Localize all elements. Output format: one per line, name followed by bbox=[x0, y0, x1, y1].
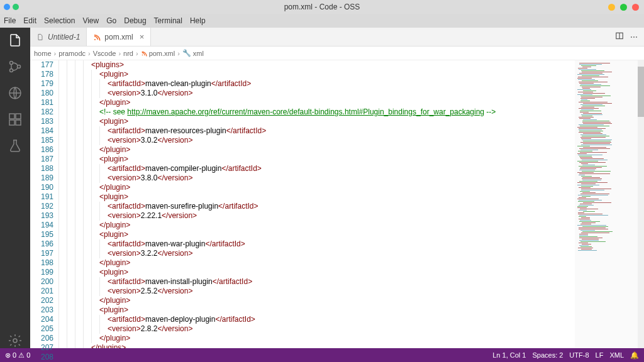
chevron-right-icon: › bbox=[88, 50, 91, 57]
code-line[interactable]: <version>3.2.2</version> bbox=[58, 249, 575, 258]
minimap[interactable] bbox=[575, 60, 638, 348]
files-icon[interactable] bbox=[8, 33, 23, 48]
more-icon[interactable]: ⋯ bbox=[630, 33, 638, 41]
code-line[interactable]: <artifactId>maven-war-plugin</artifactId… bbox=[58, 239, 575, 249]
chevron-right-icon: › bbox=[136, 50, 138, 57]
line-number: 205 bbox=[30, 324, 53, 334]
code-line[interactable]: <plugin> bbox=[58, 230, 575, 239]
svg-rect-5 bbox=[16, 114, 21, 119]
code-line[interactable]: <artifactId>maven-compiler-plugin</artif… bbox=[58, 164, 575, 173]
line-number: 196 bbox=[30, 239, 53, 249]
line-number: 189 bbox=[30, 173, 53, 183]
code-line[interactable]: </plugin> bbox=[58, 296, 575, 305]
code-line[interactable]: <!-- see http://maven.apache.org/ref/cur… bbox=[58, 107, 575, 117]
close-icon[interactable] bbox=[632, 4, 639, 11]
code-line[interactable]: <plugin> bbox=[58, 155, 575, 164]
code-line[interactable]: <version>3.1.0</version> bbox=[58, 89, 575, 98]
code-line[interactable]: <plugin> bbox=[58, 192, 575, 202]
code-line[interactable]: </plugin> bbox=[58, 258, 575, 268]
breadcrumb-Vscode[interactable]: Vscode bbox=[93, 50, 116, 57]
menu-bar: FileEditSelectionViewGoDebugTerminalHelp bbox=[0, 14, 644, 28]
status-item[interactable]: Spaces: 2 bbox=[532, 351, 563, 359]
code-line[interactable]: </plugin> bbox=[58, 221, 575, 230]
code-line[interactable]: <version>2.22.1</version> bbox=[58, 211, 575, 221]
line-number: 185 bbox=[30, 136, 53, 145]
line-number: 208 bbox=[30, 353, 53, 362]
beaker-icon[interactable] bbox=[8, 138, 23, 153]
scrollbar-thumb[interactable] bbox=[638, 67, 644, 117]
code-editor[interactable]: <plugins><plugin><artifactId>maven-clean… bbox=[58, 60, 575, 348]
line-number: 184 bbox=[30, 126, 53, 136]
menu-selection[interactable]: Selection bbox=[44, 16, 75, 25]
line-number: 204 bbox=[30, 315, 53, 324]
app-icon[interactable] bbox=[8, 85, 23, 101]
maximize-icon[interactable] bbox=[620, 4, 627, 11]
breadcrumb-home[interactable]: home bbox=[34, 50, 52, 57]
code-line[interactable]: <version>3.8.0</version> bbox=[58, 173, 575, 183]
wrench-icon: 🔧 bbox=[182, 49, 191, 57]
window-controls[interactable] bbox=[608, 4, 639, 11]
status-item[interactable]: UTF-8 bbox=[569, 351, 589, 359]
gear-icon[interactable] bbox=[8, 333, 23, 348]
code-line[interactable]: <version>2.8.2</version> bbox=[58, 324, 575, 334]
menu-edit[interactable]: Edit bbox=[23, 16, 36, 25]
menu-debug[interactable]: Debug bbox=[124, 16, 146, 25]
minimize-icon[interactable] bbox=[608, 4, 615, 11]
line-number: 200 bbox=[30, 277, 53, 287]
code-line[interactable]: <artifactId>maven-surefire-plugin</artif… bbox=[58, 202, 575, 211]
code-line[interactable]: <plugin> bbox=[58, 70, 575, 79]
scm-icon[interactable] bbox=[8, 59, 23, 74]
code-line[interactable]: </plugin> bbox=[58, 145, 575, 155]
code-line[interactable]: </plugin> bbox=[58, 183, 575, 192]
line-number: 201 bbox=[30, 287, 53, 296]
code-line[interactable]: <artifactId>maven-deploy-plugin</artifac… bbox=[58, 315, 575, 324]
line-number: 206 bbox=[30, 334, 53, 343]
svg-rect-6 bbox=[9, 120, 14, 125]
tab-untitled-1[interactable]: Untitled-1 bbox=[30, 28, 87, 46]
code-line[interactable]: <plugins> bbox=[58, 60, 575, 70]
tab-pom-xml[interactable]: pom.xml× bbox=[87, 28, 151, 46]
chevron-right-icon: › bbox=[54, 50, 57, 57]
breadcrumb-pramodc[interactable]: pramodc bbox=[58, 50, 86, 57]
breadcrumb-xml[interactable]: 🔧xml bbox=[182, 49, 204, 57]
activity-bar bbox=[0, 28, 30, 348]
status-item[interactable]: 🔔 bbox=[630, 351, 639, 359]
breadcrumb-nrd[interactable]: nrd bbox=[123, 50, 133, 57]
code-line[interactable]: <version>2.5.2</version> bbox=[58, 287, 575, 296]
menu-go[interactable]: Go bbox=[106, 16, 116, 25]
scrollbar-vertical[interactable] bbox=[638, 60, 644, 348]
code-line[interactable]: </plugins> bbox=[58, 343, 575, 348]
line-number: 187 bbox=[30, 155, 53, 164]
breadcrumb-pom.xml[interactable]: pom.xml bbox=[141, 50, 175, 57]
code-line[interactable]: </plugin> bbox=[58, 98, 575, 107]
menu-help[interactable]: Help bbox=[190, 16, 206, 25]
menu-view[interactable]: View bbox=[82, 16, 99, 25]
line-number: 193 bbox=[30, 211, 53, 221]
svg-rect-4 bbox=[9, 114, 14, 119]
code-line[interactable]: <plugin> bbox=[58, 268, 575, 277]
status-item[interactable]: LF bbox=[596, 351, 604, 359]
code-line[interactable]: <artifactId>maven-install-plugin</artifa… bbox=[58, 277, 575, 287]
code-line[interactable]: <plugin> bbox=[58, 305, 575, 315]
split-editor-icon[interactable] bbox=[615, 31, 624, 42]
chevron-right-icon: › bbox=[118, 50, 121, 57]
status-item[interactable]: XML bbox=[609, 351, 624, 359]
code-line[interactable]: <artifactId>maven-clean-plugin</artifact… bbox=[58, 79, 575, 89]
line-number: 207 bbox=[30, 343, 53, 353]
line-number: 177 bbox=[30, 60, 53, 70]
code-line[interactable]: </plugin> bbox=[58, 334, 575, 343]
breadcrumb[interactable]: home›pramodc›Vscode›nrd›pom.xml›🔧xml bbox=[30, 47, 644, 60]
status-problems[interactable]: ⊗ 0 ⚠ 0 bbox=[5, 351, 30, 359]
code-line[interactable]: <version>3.0.2</version> bbox=[58, 136, 575, 145]
code-line[interactable]: <artifactId>maven-resources-plugin</arti… bbox=[58, 126, 575, 136]
close-icon[interactable]: × bbox=[140, 32, 145, 41]
line-number: 178 bbox=[30, 70, 53, 79]
svg-point-8 bbox=[13, 339, 17, 343]
code-line[interactable]: <plugin> bbox=[58, 117, 575, 126]
svg-point-1 bbox=[10, 69, 13, 72]
extensions-icon[interactable] bbox=[8, 112, 23, 127]
menu-terminal[interactable]: Terminal bbox=[154, 16, 182, 25]
svg-rect-7 bbox=[16, 120, 21, 125]
status-item[interactable]: Ln 1, Col 1 bbox=[492, 351, 526, 359]
menu-file[interactable]: File bbox=[4, 16, 16, 25]
